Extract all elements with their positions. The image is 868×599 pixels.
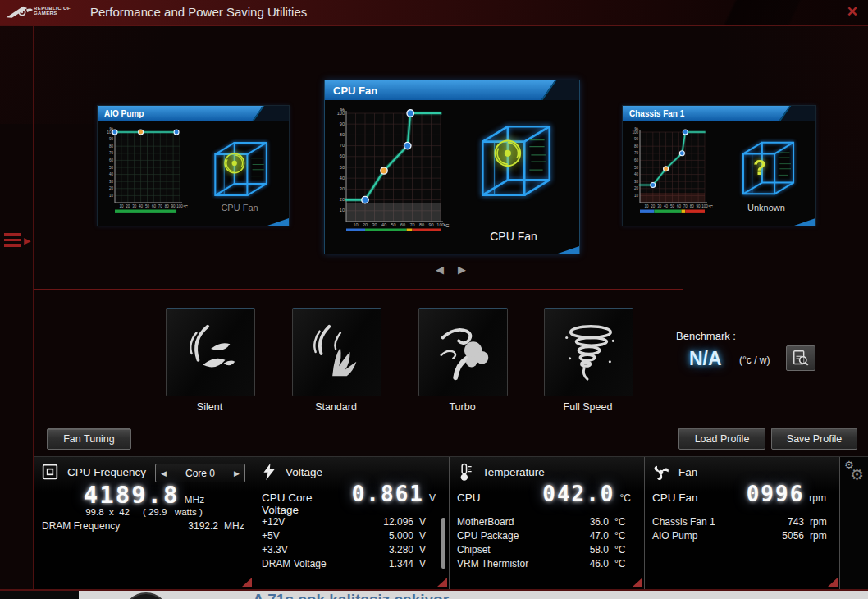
svg-text:60: 60 [109,158,114,162]
panel-resize-handle[interactable] [242,578,252,587]
mode-label-turbo: Turbo [418,401,506,413]
fan-card-cpu-fan[interactable]: CPU Fan 10102020303040405050606070708080… [324,80,580,254]
flyout-menu-button[interactable]: ▶ [4,233,34,253]
selector-next-icon[interactable]: ▶ [234,469,240,478]
silent-leaf-icon [179,320,243,384]
mode-label-silent: Silent [166,401,254,413]
fan-curve-chart[interactable]: 1010202030304040505060607070808090901001… [629,126,715,217]
carousel-prev-icon[interactable]: ◀ [436,263,444,276]
mode-button-turbo[interactable] [418,308,508,396]
svg-text:50: 50 [670,204,675,208]
fan-card-title: Chassis Fan 1 [623,106,815,121]
svg-text:°C: °C [183,204,188,209]
monitor-row: Chassis Fan 1 743rpm [645,516,839,530]
load-profile-button[interactable]: Load Profile [678,428,765,450]
svg-text:20: 20 [109,186,114,190]
monitor-row: +5V 5.000V [254,530,449,544]
monitor-row: DRAM Voltage 1.344V [254,558,449,572]
mode-label-standard: Standard [292,401,380,413]
section-divider [34,289,683,290]
svg-text:10: 10 [109,194,114,198]
monitor-row: MotherBoard 36.0°C [450,516,644,530]
svg-text:70: 70 [109,151,114,155]
voltage-panel: Voltage CPU Core Voltage 0.861V +12V 12.… [254,457,449,589]
app-window: REPUBLIC OF GAMERS Performance and Power… [0,0,868,599]
svg-text:70: 70 [634,151,639,155]
monitor-row: AIO Pump 5056rpm [645,530,839,544]
turbo-wind-icon [432,320,496,384]
svg-text:50: 50 [109,166,114,170]
pc-case-image [199,134,280,204]
svg-text:50: 50 [634,166,639,170]
svg-text:100: 100 [701,204,708,208]
title-bar: REPUBLIC OF GAMERS Performance and Power… [0,0,868,26]
panel-separator [254,457,254,589]
benchmark-report-icon [792,350,810,368]
svg-text:80: 80 [690,204,695,208]
panel-resize-handle[interactable] [437,578,447,587]
cpu-frequency-value: 4189.8MHz [34,481,254,509]
benchmark-label: Benchmark : [676,330,736,342]
tornado-icon [557,320,621,384]
svg-text:20: 20 [363,222,368,227]
fan-card-title: CPU Fan [325,80,579,100]
svg-text:30: 30 [109,180,114,184]
mode-label-full-speed: Full Speed [544,401,632,413]
svg-text:30: 30 [634,180,639,184]
svg-text:50: 50 [340,165,345,170]
svg-text:80: 80 [165,204,170,208]
background-page-text: A 71s çok kalitesiz çekiyor [253,591,449,599]
fan-icon [652,464,669,481]
fan-tuning-button[interactable]: Fan Tuning [47,428,131,450]
mode-button-silent[interactable] [166,308,255,396]
benchmark-run-button[interactable] [786,345,815,371]
blue-divider [34,418,868,418]
carousel-next-icon[interactable]: ▶ [458,263,466,276]
fan-card-chassis-fan-1[interactable]: Chassis Fan 1 10102020303040405050606070… [622,105,816,226]
voltage-scrollbar[interactable] [441,518,445,569]
svg-text:50: 50 [145,204,150,208]
cpu-chip-icon [42,464,58,480]
cpu-temperature: CPU 042.0°C [457,482,631,506]
svg-text:°C: °C [444,222,450,228]
benchmark-value: N/A [689,348,722,370]
panel-resize-handle[interactable] [633,578,642,587]
svg-text:80: 80 [340,132,345,137]
standard-grass-icon [305,320,369,384]
fan-card-aio-pump[interactable]: AIO Pump 1010202030304040505060607070808… [97,105,290,226]
svg-text:60: 60 [340,153,345,158]
svg-text:20: 20 [651,204,656,208]
cpu-frequency-detail: 99.8 x 42 ( 29.9 watts ) [34,507,254,517]
panel-separator [644,457,645,589]
monitor-row: VRM Thermistor 46.0°C [450,558,644,572]
svg-text:40: 40 [664,204,669,208]
panel-resize-handle[interactable] [828,578,838,587]
core-selector[interactable]: ◀ Core 0 ▶ [155,464,245,482]
fan-curve-chart[interactable]: 1010202030304040505060607070808090901001… [336,107,450,236]
panel-title: Temperature [482,466,545,478]
panel-title: CPU Frequency [67,466,146,478]
window-title: Performance and Power Saving Utilities [90,5,307,19]
unknown-mark: ? [753,155,766,180]
selector-prev-icon[interactable]: ◀ [161,469,167,478]
cpu-core-voltage: CPU Core Voltage 0.861V [262,482,436,516]
save-profile-button[interactable]: Save Profile [771,428,857,450]
svg-text:20: 20 [126,204,130,208]
svg-text:40: 40 [139,204,144,208]
temperature-panel: Temperature CPU 042.0°C MotherBoard 36.0… [450,457,644,589]
svg-text:10: 10 [119,204,124,208]
background-page-avatar [123,592,169,599]
background-page-corner [0,591,79,599]
rog-logo-icon [5,2,33,22]
mode-button-full-speed[interactable] [544,308,633,396]
mode-button-standard[interactable] [292,308,381,396]
close-icon[interactable]: ✕ [847,3,858,21]
fan-curve-chart[interactable]: 1010202030304040505060607070808090901001… [104,126,190,217]
svg-text:80: 80 [634,144,639,149]
svg-text:10: 10 [634,194,639,198]
voltage-bolt-icon [262,463,276,481]
svg-text:90: 90 [109,137,114,141]
svg-text:90: 90 [340,121,345,126]
device-label: Unknown [721,203,811,213]
svg-text:100: 100 [176,204,183,208]
